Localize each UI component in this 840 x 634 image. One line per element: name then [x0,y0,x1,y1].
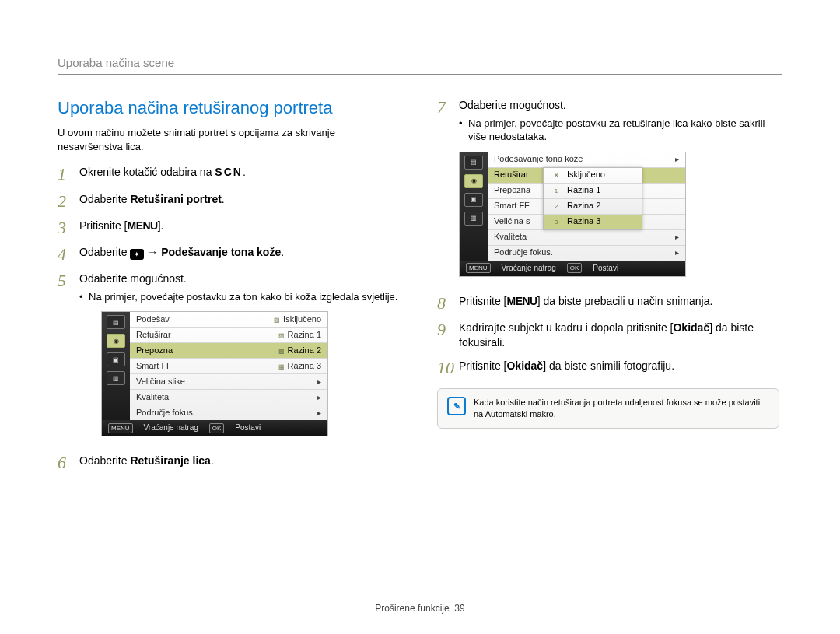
menu-badge: MENU [108,423,133,433]
menu-label: MENU [506,295,537,307]
step-9-text: Kadrirajte subjekt u kadru i dopola prit… [459,321,673,334]
level-icon: 2 [550,201,562,211]
step-3-text: Pritisnite [ [79,219,127,232]
set-label: Postavi [235,422,261,433]
camera-icon: ✦ [130,249,144,260]
chevron-right-icon: ▸ [675,154,679,165]
step-5-bullet: Na primjer, povećajte postavku za ton ka… [89,290,400,304]
menu-item: Kvaliteta [136,391,169,403]
menu-item: Retuširar [494,169,529,180]
steps-left: 1 Okrenite kotačić odabira na SCN. 2 Oda… [58,165,400,472]
step-number: 6 [58,454,79,472]
step-4-text: Odaberite [79,246,130,258]
menu-value: Razina 3 [288,361,321,370]
footer-page: 39 [454,603,464,614]
step-2-bold: Retuširani portret [130,193,221,205]
step-9-bold: Okidač [673,321,709,334]
note-icon: ✎ [447,397,466,415]
popup-item: Razina 1 [567,184,600,196]
camera-screen-1: ▤ ◉ ▣ ▥ Podešav. ▧Isključeno [101,311,328,436]
menu-item: Prepozna [136,345,173,356]
step-number: 3 [58,219,79,237]
steps-right: 7 Odaberite mogućnost. Na primjer, poveć… [437,98,779,377]
step-number: 2 [58,192,79,211]
back-label: Vraćanje natrag [144,422,198,433]
step-7-text: Odaberite mogućnost. [459,99,566,111]
left-column: Uporaba načina retuširanog portreta U ov… [58,98,400,480]
step-number: 9 [437,321,459,339]
level-icon: ✕ [550,170,562,180]
menu-item: Područje fokus. [494,247,553,258]
popup-item: Isključeno [567,169,605,180]
level-icon: ▩ [275,347,288,356]
level-popup: ✕Isključeno 1Razina 1 2Razina 2 3Razina … [543,167,642,230]
step-number: 8 [437,294,459,313]
level-icon: ▧ [271,316,283,325]
section-title: Uporaba načina retuširanog portreta [58,98,400,118]
scene-icon: ▤ [107,315,125,329]
menu-item: Smart FF [494,200,530,212]
step-number: 5 [58,271,79,290]
step-number: 10 [437,359,459,377]
ok-badge: OK [209,423,225,433]
right-column: 7 Odaberite mogućnost. Na primjer, poveć… [437,98,779,480]
menu-item: Veličina slike [136,376,185,387]
level-icon: 3 [550,217,562,226]
menu-value: Razina 2 [288,345,321,355]
back-label: Vraćanje natrag [502,263,556,274]
step-6-bold: Retuširanje lica [130,454,211,467]
scn-label: SCN [215,166,243,178]
chevron-right-icon: ▸ [675,232,679,243]
menu-label: MENU [127,219,157,232]
photo-icon: ◉ [464,174,483,188]
scene-icon: ▤ [464,156,483,170]
step-7-bullet: Na primjer, povećajte postavku za retuši… [468,117,779,144]
step-10-bold: Okidač [506,359,543,372]
step-6-text: Odaberite [79,454,130,467]
popup-item: Razina 2 [567,200,600,212]
step-8-text: Pritisnite [ [459,295,506,307]
note-text: Kada koristite način retuširanja portret… [474,397,769,420]
menu-item: Retuširar [136,329,171,341]
step-1-text: Okrenite kotačić odabira na [79,166,215,178]
step-10-text: Pritisnite [ [459,359,506,372]
level-icon: 1 [550,186,562,195]
popup-item: Razina 3 [567,215,600,227]
menu-badge: MENU [466,263,491,273]
chevron-right-icon: ▸ [317,377,321,387]
chevron-right-icon: ▸ [317,392,321,403]
step-number: 1 [58,165,79,184]
page-footer: Proširene funkcije 39 [0,603,840,614]
level-icon: ▨ [275,331,288,341]
video-icon: ▣ [107,352,125,366]
chevron-right-icon: ▸ [675,247,679,258]
set-label: Postavi [593,263,618,274]
footer-section: Proširene funkcije [375,603,449,614]
menu-item: Prepozna [494,184,530,196]
menu-item: Područje fokus. [136,407,195,419]
step-number: 4 [58,245,79,264]
level-icon: ▦ [275,363,288,372]
section-intro: U ovom načinu možete snimati portret s o… [58,126,400,154]
step-2-text: Odaberite [79,193,130,205]
breadcrumb: Uporaba načina scene [58,56,782,75]
step-4-bold: Podešavanje tona kože [161,246,281,258]
menu-value: Razina 1 [288,330,321,339]
note-box: ✎ Kada koristite način retuširanja portr… [437,388,779,429]
menu-title: Podešav. [136,313,171,325]
menu-value: Isključeno [283,314,321,324]
chevron-right-icon: ▸ [317,408,321,419]
step-number: 7 [437,98,459,117]
menu-title: Podešavanje tona kože [494,153,583,165]
menu-item: Veličina s [494,215,530,227]
ok-badge: OK [567,263,583,273]
video-icon: ▣ [464,193,483,207]
photo-icon: ◉ [107,334,125,348]
menu-item: Smart FF [136,360,172,372]
sound-icon: ▥ [107,371,125,385]
step-5-text: Odaberite mogućnost. [79,272,187,285]
menu-item: Kvaliteta [494,231,527,243]
sound-icon: ▥ [464,212,483,226]
